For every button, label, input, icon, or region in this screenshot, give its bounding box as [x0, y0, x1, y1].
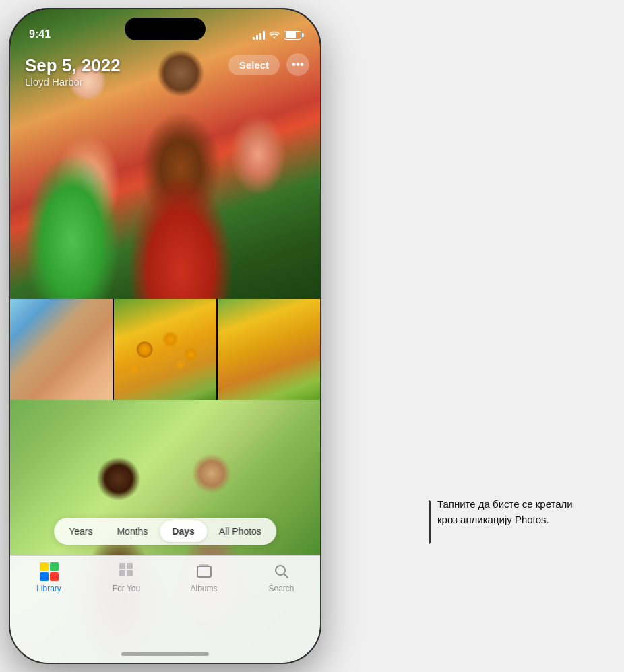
seg-days[interactable]: Days: [160, 520, 206, 542]
annotation-bracket: [429, 500, 431, 544]
tab-for-you-label: For You: [113, 584, 140, 593]
svg-rect-3: [127, 570, 133, 576]
tab-library-label: Library: [36, 584, 61, 593]
seg-years[interactable]: Years: [57, 520, 104, 542]
status-time: 9:41: [29, 28, 51, 40]
albums-tab-icon: [193, 562, 215, 581]
battery-icon: [284, 31, 301, 40]
annotation-container: Тапните да бисте се кретали кроз апликац…: [429, 497, 584, 544]
svg-rect-4: [197, 566, 211, 577]
svg-line-7: [284, 574, 288, 578]
signal-bars-icon: [253, 30, 265, 40]
tab-search[interactable]: Search: [258, 562, 305, 593]
library-quad-2: [50, 562, 59, 571]
wifi-icon: [269, 30, 280, 40]
more-button[interactable]: •••: [286, 53, 309, 76]
library-quad-1: [40, 562, 49, 571]
search-tab-icon: [271, 562, 292, 581]
photo-sunflowers-group-image: [218, 299, 320, 400]
svg-rect-1: [127, 563, 133, 569]
phone-frame: 9:41: [10, 9, 320, 663]
tab-library[interactable]: Library: [26, 562, 73, 593]
home-indicator: [121, 652, 209, 656]
tab-bar: Library: [10, 555, 320, 663]
svg-rect-0: [119, 563, 125, 569]
dynamic-island: [125, 18, 206, 40]
select-button[interactable]: Select: [228, 55, 280, 75]
seg-months[interactable]: Months: [104, 520, 160, 542]
date-overlay: Sep 5, 2022 Lloyd Harbor: [25, 55, 121, 88]
seg-all-photos[interactable]: All Photos: [207, 520, 274, 542]
photo-group-selfie-image: [10, 299, 113, 400]
library-quad-3: [40, 572, 49, 581]
library-quad-4: [50, 572, 59, 581]
tab-for-you[interactable]: For You: [103, 562, 150, 593]
grid-photo-2[interactable]: [114, 299, 216, 400]
library-tab-icon: [38, 562, 60, 581]
content-area: Sep 5, 2022 Lloyd Harbor Select •••: [10, 9, 320, 663]
status-icons: [253, 30, 301, 40]
grid-photo-3[interactable]: [218, 299, 320, 400]
tab-albums-label: Albums: [190, 584, 217, 593]
segmented-control: Years Months Days All Photos: [54, 518, 276, 545]
heart-icon: [118, 562, 135, 582]
svg-rect-5: [199, 564, 209, 566]
more-dots-icon: •••: [292, 58, 304, 71]
svg-rect-2: [119, 570, 125, 576]
location-text: Lloyd Harbor: [25, 76, 121, 88]
date-text: Sep 5, 2022: [25, 55, 121, 76]
tab-search-label: Search: [268, 584, 294, 593]
photo-grid-row-1: [10, 299, 320, 400]
tab-albums[interactable]: Albums: [181, 562, 228, 593]
phone-screen: 9:41: [10, 9, 320, 663]
hero-photo[interactable]: Sep 5, 2022 Lloyd Harbor Select •••: [10, 9, 320, 299]
action-buttons: Select •••: [228, 53, 309, 76]
photo-sunflowers-image: [114, 299, 216, 400]
for-you-tab-icon: [116, 562, 137, 581]
grid-photo-1[interactable]: [10, 299, 113, 400]
annotation-text: Тапните да бисте се кретали кроз апликац…: [437, 497, 584, 527]
library-grid-icon: [40, 562, 59, 581]
